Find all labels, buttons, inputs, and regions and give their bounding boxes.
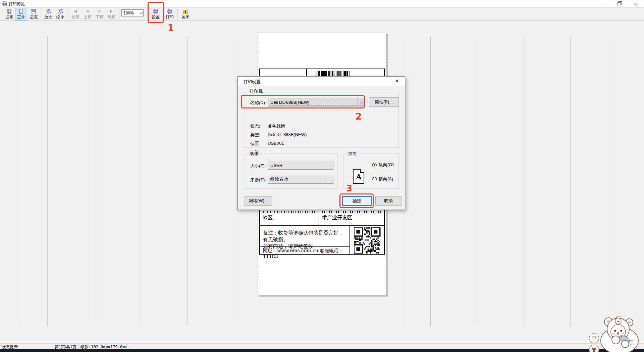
last-page-icon <box>109 9 114 14</box>
app-printer-icon <box>2 1 7 6</box>
type-value: Deli DL-888B(NEW) <box>268 132 307 137</box>
fit-width-button[interactable]: 适宽 <box>28 8 39 20</box>
printer-properties-button[interactable]: 属性(P)... <box>369 97 398 107</box>
print-preview-window: 打印预览 适高 正常 适宽 放大 缩小 首页 <box>0 0 644 352</box>
status-bar: 状态提示: 第1页/共1页 纸张:102.0mm×179.0mm <box>0 343 644 349</box>
address-left-text: 岭区 <box>263 215 316 221</box>
dialog-title: 打印设置 <box>243 79 261 85</box>
last-page-button[interactable]: 尾页 <box>106 8 117 20</box>
annotation-box-step2 <box>241 95 365 108</box>
annotation-number-2: 2 <box>356 112 362 122</box>
minimize-icon <box>602 4 605 4</box>
first-page-icon <box>73 9 78 14</box>
cancel-button[interactable]: 取消 <box>375 196 401 206</box>
paper-group: 纸张 大小(Z): USER 来源(S): 继续卷动 <box>245 153 338 189</box>
address-cell-left: 岭区 <box>260 210 319 221</box>
portrait-page-icon: A <box>353 169 364 184</box>
clipped-text-line <box>322 211 382 213</box>
chevron-down-icon <box>140 11 143 14</box>
toolbar-separator <box>177 9 178 20</box>
paper-size-label: 大小(Z): <box>250 163 266 169</box>
annotation-number-1: 1 <box>168 23 174 33</box>
close-preview-button[interactable]: 关闭 <box>180 8 191 20</box>
close-window-button[interactable] <box>630 0 641 7</box>
svg-text:S: S <box>629 339 636 349</box>
printer-icon <box>167 9 172 14</box>
zoom-in-button[interactable]: 放大 <box>43 8 54 20</box>
address-right-text: 术产业开发区 <box>322 215 382 221</box>
status-value: 准备就绪 <box>268 123 285 129</box>
location-value: USB001 <box>268 141 284 146</box>
page-guide-lines <box>0 37 258 326</box>
normal-view-icon <box>18 9 24 14</box>
website-cell: 网址：www.ems.com.cn 客服电话：11183 <box>260 247 350 255</box>
zoom-out-button[interactable]: 缩小 <box>55 8 66 20</box>
chevron-down-icon <box>328 163 331 167</box>
toolbar-separator <box>41 9 41 20</box>
mascot-sticker: S <box>585 314 644 352</box>
label-bottom-section: 岭区 术产业开发区 备注：收货前请确认包装是否完好，有无破损。 如有问题，请拒绝… <box>259 210 385 255</box>
annotation-box-step3 <box>339 193 374 208</box>
minimize-button[interactable] <box>598 0 609 7</box>
toolbar-separator <box>119 9 119 20</box>
clipped-text-line <box>263 211 316 213</box>
qr-cell <box>350 226 385 255</box>
portrait-radio[interactable]: 纵向(O) <box>372 162 394 168</box>
prev-page-button[interactable]: 上页 <box>82 8 93 20</box>
address-cell-right: 术产业开发区 <box>319 210 385 221</box>
first-page-button[interactable]: 首页 <box>70 8 81 20</box>
close-icon <box>634 2 638 6</box>
window-title: 打印预览 <box>9 1 25 7</box>
statusbar-separator <box>52 344 52 349</box>
network-button[interactable]: 网络(W)... <box>245 196 272 206</box>
location-label: 位置: <box>250 141 260 147</box>
zoom-in-icon <box>46 9 51 14</box>
normal-view-button[interactable]: 正常 <box>15 8 27 20</box>
radio-selected-icon <box>372 163 377 167</box>
qr-code <box>354 227 382 254</box>
fit-height-icon <box>7 9 12 14</box>
print-button[interactable]: 打印 <box>164 8 175 20</box>
paper-source-select[interactable]: 继续卷动 <box>268 175 333 184</box>
fit-height-button[interactable]: 适高 <box>4 8 15 20</box>
taskbar-strip <box>0 349 644 352</box>
type-label: 类型: <box>250 132 260 138</box>
statusbar-separator <box>125 344 125 349</box>
paper-source-label: 来源(S): <box>250 177 266 183</box>
dialog-title-bar: 打印设置 × <box>238 77 405 86</box>
dialog-close-button[interactable]: × <box>392 77 402 86</box>
annotation-box-step1 <box>148 2 164 23</box>
fit-width-icon <box>31 9 36 14</box>
title-bar: 打印预览 <box>0 0 644 7</box>
address-row: 岭区 术产业开发区 <box>260 210 384 226</box>
close-folder-icon <box>183 9 189 14</box>
statusbar-separator <box>78 344 78 349</box>
status-label: 状态: <box>250 123 260 129</box>
annotation-number-3: 3 <box>346 183 352 193</box>
restore-icon <box>618 2 621 5</box>
page-guide-lines <box>386 37 644 326</box>
toolbar: 适高 正常 适宽 放大 缩小 首页 上页 下页 <box>0 7 644 21</box>
paper-size-select[interactable]: USER <box>268 161 333 170</box>
prev-page-icon <box>85 9 90 14</box>
remark-cell: 备注：收货前请确认包装是否完好，有无破损。 如有问题，请拒绝签收 <box>260 226 350 247</box>
next-page-button[interactable]: 下页 <box>94 8 105 20</box>
next-page-icon <box>97 9 102 14</box>
zoom-level-select[interactable]: 100% <box>121 9 144 16</box>
remark-line1: 备注：收货前请确认包装是否完好，有无破损。 <box>263 229 347 243</box>
toolbar-separator <box>68 9 68 20</box>
radio-unselected-icon <box>372 177 377 181</box>
restore-button[interactable] <box>613 0 625 7</box>
chevron-down-icon <box>328 177 331 181</box>
landscape-radio[interactable]: 横向(A) <box>372 176 393 182</box>
zoom-out-icon <box>58 9 63 14</box>
